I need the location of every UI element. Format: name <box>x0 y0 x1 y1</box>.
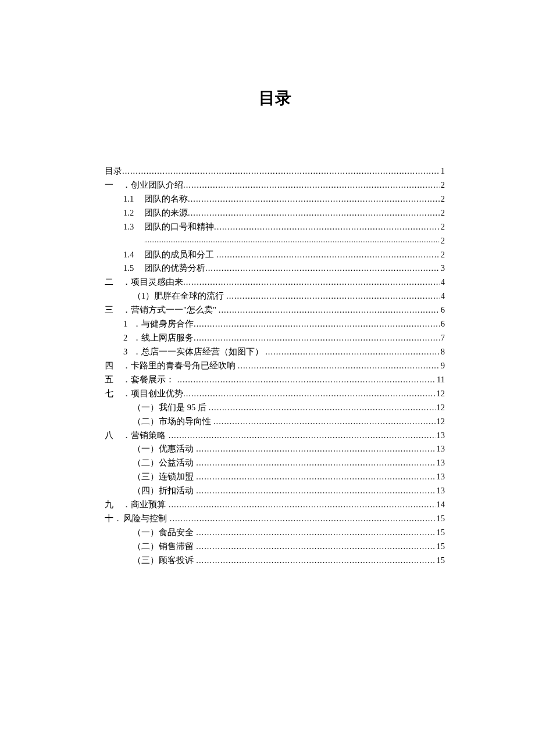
toc-num: 二 <box>105 275 122 289</box>
toc-page: 2 <box>440 178 445 192</box>
toc-leader <box>205 261 440 275</box>
toc-page: 12 <box>436 415 445 429</box>
toc-leader <box>169 498 436 512</box>
toc-page: 3 <box>440 261 445 275</box>
toc-num: 1.3 <box>123 220 144 234</box>
toc-leader <box>265 345 440 359</box>
toc-row: （二）销售滞留 15 <box>105 540 445 554</box>
toc-num: 四 <box>105 359 122 373</box>
toc-row: 目录 1 <box>105 164 445 178</box>
toc-leader <box>169 429 436 443</box>
toc-page: 11 <box>436 373 445 387</box>
toc-leader <box>183 275 440 289</box>
toc-row: 2 <box>105 234 445 248</box>
toc-row: 九 ．商业预算 14 <box>105 498 445 512</box>
toc-page: 6 <box>440 317 445 331</box>
toc-page: 2 <box>440 220 445 234</box>
toc-row: （三）连锁加盟 13 <box>105 470 445 484</box>
toc-label: 团队的来源 <box>144 206 188 220</box>
toc-label: ．卡路里的青春号角已经吹响 <box>122 359 236 373</box>
toc-row: （四）折扣活动 13 <box>105 484 445 498</box>
toc-num: 九 <box>105 498 122 512</box>
toc-label: 团队的口号和精神 <box>144 220 214 234</box>
toc-page: 15 <box>436 512 445 526</box>
toc-page: 15 <box>436 540 445 554</box>
toc-label: ．线上网店服务 <box>133 331 194 345</box>
toc-label: （一）我们是 95 后 <box>133 401 206 415</box>
toc-row: 1.2 团队的来源 2 <box>105 206 445 220</box>
toc-label: （1）肥胖在全球的流行 <box>133 289 224 303</box>
toc-label: 风险与控制 <box>123 512 167 526</box>
toc-page: 13 <box>436 484 445 498</box>
toc-leader <box>170 512 436 526</box>
toc-label: （一）优惠活动 <box>133 442 194 456</box>
toc-page: 2 <box>440 248 445 262</box>
toc-page: 13 <box>436 429 445 443</box>
toc-leader <box>196 540 435 554</box>
toc-num: 2 <box>123 331 133 345</box>
toc-page: 13 <box>436 470 445 484</box>
toc-num: 1 <box>123 317 133 331</box>
toc-leader <box>183 178 440 192</box>
toc-label: （三）顾客投诉 <box>133 554 194 568</box>
toc-label: ．套餐展示： <box>122 373 174 387</box>
toc-row: （一）我们是 95 后 12 <box>105 401 445 415</box>
toc-num: 1.5 <box>123 261 144 275</box>
toc-row: 七 ．项目创业优势 12 <box>105 387 445 401</box>
toc-num: 3 <box>123 345 133 359</box>
toc-label: （三）连锁加盟 <box>133 470 194 484</box>
toc-row: 一 ．创业团队介绍 2 <box>105 178 445 192</box>
toc-label: ．营销方式一一"怎么卖" <box>122 303 216 317</box>
toc-row: 1.4 团队的成员和分工 2 <box>105 248 445 262</box>
toc-page: 12 <box>436 401 445 415</box>
toc-leader <box>226 289 440 303</box>
toc-label: 团队的名称 <box>144 192 188 206</box>
toc-num: 1.2 <box>123 206 144 220</box>
toc-label: ．创业团队介绍 <box>122 178 183 192</box>
toc-page: 12 <box>436 387 445 401</box>
toc-row: 3 ．总店一一实体店经营（如图下） 8 <box>105 345 445 359</box>
toc-page: 1 <box>440 164 445 178</box>
toc-label: ．项目灵感由来 <box>122 275 183 289</box>
toc-page: 7 <box>440 331 445 345</box>
toc-leader <box>213 415 436 429</box>
toc-row: 1.5 团队的优势分析 3 <box>105 261 445 275</box>
toc-num: 十． <box>105 512 123 526</box>
toc-label: （二）市场的导向性 <box>133 415 211 429</box>
toc-page: 15 <box>436 526 445 540</box>
toc-leader <box>216 248 440 262</box>
table-of-contents: 目录 1 一 ．创业团队介绍 2 1.1 团队的名称 2 1.2 团队的来源 2… <box>105 164 445 568</box>
toc-page: 15 <box>436 554 445 568</box>
toc-page: 8 <box>440 345 445 359</box>
toc-leader <box>144 235 440 246</box>
toc-leader <box>196 456 435 470</box>
toc-num: 一 <box>105 178 122 192</box>
toc-leader <box>183 387 436 401</box>
toc-leader <box>196 470 435 484</box>
toc-row: 1.1 团队的名称 2 <box>105 192 445 206</box>
toc-label: ．商业预算 <box>122 498 166 512</box>
toc-row: （1）肥胖在全球的流行 4 <box>105 289 445 303</box>
toc-leader <box>196 554 435 568</box>
toc-label: （一）食品安全 <box>133 526 194 540</box>
toc-label: （二）公益活动 <box>133 456 194 470</box>
toc-label: ．项目创业优势 <box>122 387 183 401</box>
toc-label: （二）销售滞留 <box>133 540 194 554</box>
toc-row: （二）公益活动 13 <box>105 456 445 470</box>
toc-leader <box>177 373 436 387</box>
toc-row: 2 ．线上网店服务 7 <box>105 331 445 345</box>
toc-leader <box>122 164 440 178</box>
toc-leader <box>196 526 435 540</box>
toc-page: 9 <box>440 359 445 373</box>
toc-row: （一）食品安全 15 <box>105 526 445 540</box>
toc-page: 6 <box>440 303 445 317</box>
toc-leader <box>238 359 440 373</box>
toc-leader <box>209 401 436 415</box>
toc-row: 1.3 团队的口号和精神 2 <box>105 220 445 234</box>
toc-num: 1.4 <box>123 248 144 262</box>
toc-label: ．与健身房合作 <box>133 317 194 331</box>
toc-label: 团队的成员和分工 <box>144 248 214 262</box>
toc-leader <box>219 303 440 317</box>
toc-page: 2 <box>440 206 445 220</box>
toc-page: 13 <box>436 442 445 456</box>
